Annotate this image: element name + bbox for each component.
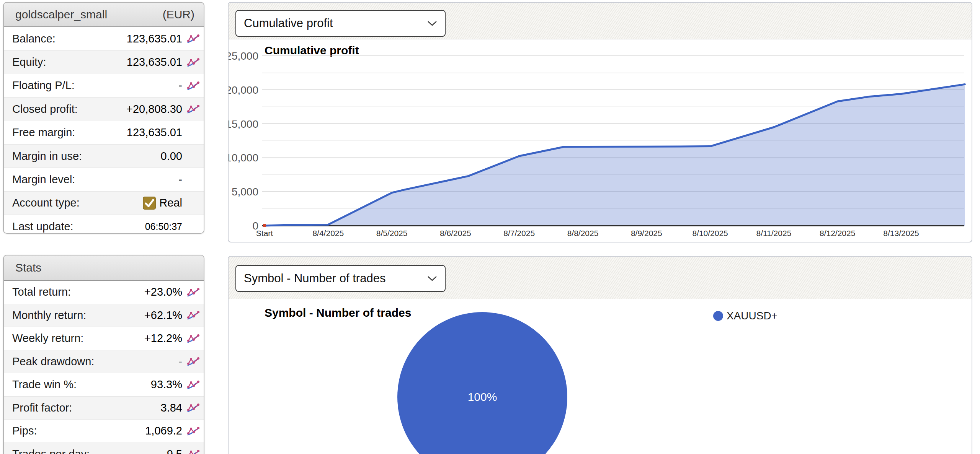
x-axis-tick-label: 8/11/2025 [756,229,791,238]
stats-row: Peak drawdown:- [4,350,204,374]
stats-row: Trade win %:93.3% [4,373,204,397]
pie-legend: XAUUSD+ [713,310,777,322]
row-value: 123,635.01 [127,56,182,68]
y-axis-tick-label: 20,000 [229,84,258,96]
sparkline-chart-icon[interactable] [187,426,200,436]
sparkline-chart-icon[interactable] [187,379,200,390]
x-axis-tick-label: 8/8/2025 [567,229,599,238]
row-value: +62.1% [144,309,182,322]
y-axis-tick-label: 15,000 [229,118,258,130]
symbol-chart-title: Symbol - Number of trades [265,306,411,319]
sparkline-chart-icon[interactable] [187,356,200,367]
row-value: +12.2% [144,332,182,345]
sparkline-chart-icon[interactable] [187,33,200,44]
stats-card-header: Stats [4,255,204,281]
sparkline-chart-icon[interactable] [187,449,200,454]
row-value-group: +23.0% [144,286,182,298]
row-icon-slot [182,426,200,436]
row-value-group: - [178,79,182,92]
row-label: Monthly return: [12,309,86,322]
sparkline-chart-icon[interactable] [187,402,200,413]
profit-chart-selector-value: Cumulative profit [244,16,333,30]
stats-row: Trades per day:9.5 [4,443,204,454]
row-label: Pips: [12,425,37,437]
row-label: Balance: [12,33,56,45]
account-type-checkbox-icon [143,197,156,210]
row-label: Last update: [12,220,74,233]
y-axis-tick-label: 25,000 [229,50,258,62]
x-axis-tick-label: 8/6/2025 [440,229,471,238]
row-icon-slot [182,449,200,454]
y-axis-tick-label: 5,000 [232,186,258,198]
row-value-group: Real [143,197,182,210]
row-value: +23.0% [144,286,182,298]
row-value-group: 123,635.01 [127,56,182,68]
pie-percent-label: 100% [468,391,497,404]
row-value-group: 93.3% [151,378,182,391]
row-value: 3.84 [161,402,182,414]
sparkline-chart-icon[interactable] [187,287,200,298]
row-label: Equity: [12,56,46,68]
row-value: - [178,173,182,186]
symbol-chart-selector-value: Symbol - Number of trades [244,272,385,285]
sparkline-chart-icon[interactable] [187,310,200,321]
row-value-group: 06:50:37 [145,221,182,232]
row-value-group: 123,635.01 [127,33,182,45]
account-card-header: goldscalper_small (EUR) [4,3,204,27]
stats-row: Profit factor:3.84 [4,397,204,420]
row-value-group: 0.00 [161,150,182,163]
cumulative-profit-chart: 05,00010,00015,00020,00025,000Start8/4/2… [229,39,972,242]
row-value: - [178,79,182,92]
chevron-down-icon [427,21,437,26]
sparkline-chart-icon[interactable] [187,104,200,114]
row-icon-slot [182,104,200,114]
stats-row: Total return:+23.0% [4,281,204,304]
x-axis-tick-label: 8/13/2025 [883,229,919,238]
row-label: Total return: [12,286,71,298]
legend-dot-icon [713,311,723,321]
stats-row: Pips:1,069.2 [4,420,204,443]
symbol-chart-selector[interactable]: Symbol - Number of trades [235,265,446,292]
row-label: Account type: [12,197,80,209]
row-value: 123,635.01 [127,33,182,45]
row-icon-slot [182,80,200,91]
row-value-group: 3.84 [161,402,182,414]
account-currency: (EUR) [163,8,194,21]
row-label: Trade win %: [12,378,77,391]
symbol-trades-card: Symbol - Number of trades Symbol - Numbe… [228,256,972,454]
account-row: Account type:Real [4,192,204,215]
row-icon-slot [182,310,200,321]
row-label: Trades per day: [12,448,90,454]
x-axis-tick-label: 8/5/2025 [376,229,408,238]
row-label: Peak drawdown: [12,355,94,368]
row-value: 93.3% [151,378,182,391]
row-value-group: 123,635.01 [127,126,182,139]
account-row: Margin level:- [4,168,204,191]
profit-chart-selector[interactable]: Cumulative profit [235,10,446,37]
row-value-group: +62.1% [144,309,182,322]
row-icon-slot [182,379,200,390]
row-value: - [178,355,182,368]
x-axis-tick-label: 8/10/2025 [692,229,728,238]
account-row: Floating P/L:- [4,74,204,98]
stats-rows: Total return:+23.0%Monthly return:+62.1%… [4,281,204,454]
row-value: 1,069.2 [145,425,182,437]
profit-card-toolbar: Cumulative profit [229,3,972,39]
dashboard-root: goldscalper_small (EUR) Balance:123,635.… [0,0,980,454]
row-value: 06:50:37 [145,221,182,232]
account-summary-card: goldscalper_small (EUR) Balance:123,635.… [3,2,204,234]
row-value-group: +20,808.30 [126,103,182,116]
row-label: Floating P/L: [12,79,75,92]
row-label: Closed profit: [12,103,78,116]
sparkline-chart-icon[interactable] [187,333,200,344]
row-label: Weekly return: [12,332,83,345]
row-value-group: - [178,355,182,368]
sparkline-chart-icon[interactable] [187,57,200,68]
pie-slice-xauusd: 100% [397,312,567,454]
stats-row: Monthly return:+62.1% [4,304,204,327]
account-rows: Balance:123,635.01Equity:123,635.01Float… [4,27,204,234]
sparkline-chart-icon[interactable] [187,80,200,91]
x-axis-tick-label: 8/4/2025 [312,229,344,238]
stats-card: Stats Total return:+23.0%Monthly return:… [3,255,204,454]
row-value: Real [159,197,182,209]
